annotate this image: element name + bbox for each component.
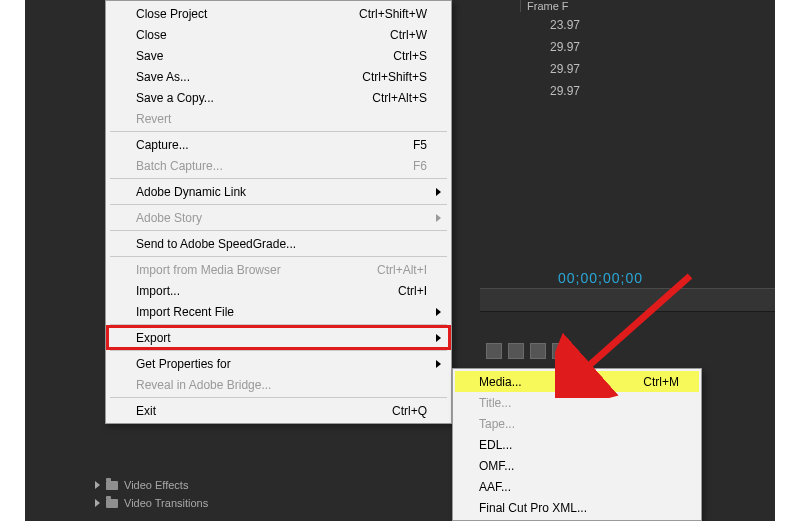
submenu-item-shortcut: Ctrl+M <box>643 375 679 389</box>
menu-item-shortcut: Ctrl+Alt+S <box>372 91 427 105</box>
fps-value: 29.97 <box>520 58 580 80</box>
submenu-arrow-icon <box>436 360 441 368</box>
menu-item-import-from-media-browser: Import from Media BrowserCtrl+Alt+I <box>108 259 449 280</box>
menu-item-close-project[interactable]: Close ProjectCtrl+Shift+W <box>108 3 449 24</box>
menu-item-batch-capture: Batch Capture...F6 <box>108 155 449 176</box>
menu-item-save-a-copy[interactable]: Save a Copy...Ctrl+Alt+S <box>108 87 449 108</box>
tree-item-label: Video Transitions <box>124 494 208 512</box>
tree-item[interactable]: Video Transitions <box>95 494 208 512</box>
submenu-item-final-cut-pro-xml[interactable]: Final Cut Pro XML... <box>455 497 699 518</box>
menu-item-export[interactable]: Export <box>108 327 449 348</box>
submenu-item-label: EDL... <box>479 438 679 452</box>
disclosure-arrow-icon <box>95 481 100 489</box>
tree-item-label: Video Effects <box>124 476 188 494</box>
tool-icon[interactable] <box>508 343 524 359</box>
menu-item-label: Batch Capture... <box>136 159 413 173</box>
tool-icon[interactable] <box>486 343 502 359</box>
menu-item-import[interactable]: Import...Ctrl+I <box>108 280 449 301</box>
submenu-arrow-icon <box>436 188 441 196</box>
submenu-arrow-icon <box>436 308 441 316</box>
menu-item-label: Import Recent File <box>136 305 427 319</box>
menu-item-shortcut: Ctrl+S <box>393 49 427 63</box>
tool-icon[interactable] <box>530 343 546 359</box>
menu-item-label: Export <box>136 331 427 345</box>
menu-item-save[interactable]: SaveCtrl+S <box>108 45 449 66</box>
submenu-item-media[interactable]: Media...Ctrl+M <box>455 371 699 392</box>
menu-item-exit[interactable]: ExitCtrl+Q <box>108 400 449 421</box>
fps-value: 29.97 <box>520 80 580 102</box>
menu-item-shortcut: Ctrl+Shift+S <box>362 70 427 84</box>
tree-item[interactable]: Video Effects <box>95 476 208 494</box>
menu-item-shortcut: Ctrl+W <box>390 28 427 42</box>
file-menu[interactable]: Close ProjectCtrl+Shift+WCloseCtrl+WSave… <box>105 0 452 424</box>
project-panel-tree: Video Effects Video Transitions <box>95 476 208 512</box>
submenu-item-label: Tape... <box>479 417 679 431</box>
fps-value: 23.97 <box>520 14 580 36</box>
menu-item-label: Close <box>136 28 390 42</box>
menu-item-label: Capture... <box>136 138 413 152</box>
submenu-item-edl[interactable]: EDL... <box>455 434 699 455</box>
menu-item-label: Send to Adobe SpeedGrade... <box>136 237 427 251</box>
menu-item-shortcut: Ctrl+I <box>398 284 427 298</box>
menu-item-import-recent-file[interactable]: Import Recent File <box>108 301 449 322</box>
menu-item-shortcut: F5 <box>413 138 427 152</box>
menu-item-adobe-story: Adobe Story <box>108 207 449 228</box>
menu-item-shortcut: Ctrl+Alt+I <box>377 263 427 277</box>
submenu-item-title: Title... <box>455 392 699 413</box>
menu-item-shortcut: Ctrl+Q <box>392 404 427 418</box>
fps-column: 23.97 29.97 29.97 29.97 <box>520 14 580 102</box>
menu-item-adobe-dynamic-link[interactable]: Adobe Dynamic Link <box>108 181 449 202</box>
menu-item-close[interactable]: CloseCtrl+W <box>108 24 449 45</box>
timecode-display: 00;00;00;00 <box>558 270 643 286</box>
submenu-arrow-icon <box>436 334 441 342</box>
submenu-item-label: OMF... <box>479 459 679 473</box>
menu-item-label: Get Properties for <box>136 357 427 371</box>
menu-item-save-as[interactable]: Save As...Ctrl+Shift+S <box>108 66 449 87</box>
menu-item-label: Save As... <box>136 70 362 84</box>
menu-item-shortcut: Ctrl+Shift+W <box>359 7 427 21</box>
menu-item-label: Adobe Dynamic Link <box>136 185 427 199</box>
menu-item-capture[interactable]: Capture...F5 <box>108 134 449 155</box>
menu-item-label: Exit <box>136 404 392 418</box>
submenu-item-label: AAF... <box>479 480 679 494</box>
menu-item-shortcut: F6 <box>413 159 427 173</box>
menu-item-label: Import from Media Browser <box>136 263 377 277</box>
menu-item-label: Adobe Story <box>136 211 427 225</box>
tool-icon[interactable] <box>552 343 568 359</box>
timeline-ruler[interactable] <box>480 288 775 312</box>
column-header-frame: Frame F <box>520 0 569 12</box>
submenu-arrow-icon <box>436 214 441 222</box>
fps-value: 29.97 <box>520 36 580 58</box>
folder-icon <box>106 481 118 490</box>
menu-item-label: Save a Copy... <box>136 91 372 105</box>
submenu-item-label: Final Cut Pro XML... <box>479 501 679 515</box>
menu-item-get-properties-for[interactable]: Get Properties for <box>108 353 449 374</box>
menu-item-revert: Revert <box>108 108 449 129</box>
folder-icon <box>106 499 118 508</box>
submenu-item-label: Title... <box>479 396 679 410</box>
submenu-item-label: Media... <box>479 375 643 389</box>
menu-item-reveal-in-adobe-bridge: Reveal in Adobe Bridge... <box>108 374 449 395</box>
submenu-item-tape: Tape... <box>455 413 699 434</box>
menu-item-label: Import... <box>136 284 398 298</box>
menu-item-send-to-adobe-speedgrade[interactable]: Send to Adobe SpeedGrade... <box>108 233 449 254</box>
disclosure-arrow-icon <box>95 499 100 507</box>
menu-item-label: Save <box>136 49 393 63</box>
export-submenu[interactable]: Media...Ctrl+MTitle...Tape...EDL...OMF..… <box>452 368 702 521</box>
menu-item-label: Close Project <box>136 7 359 21</box>
toolbar-icons <box>480 340 786 362</box>
submenu-item-aaf[interactable]: AAF... <box>455 476 699 497</box>
submenu-item-omf[interactable]: OMF... <box>455 455 699 476</box>
menu-item-label: Reveal in Adobe Bridge... <box>136 378 427 392</box>
menu-item-label: Revert <box>136 112 427 126</box>
